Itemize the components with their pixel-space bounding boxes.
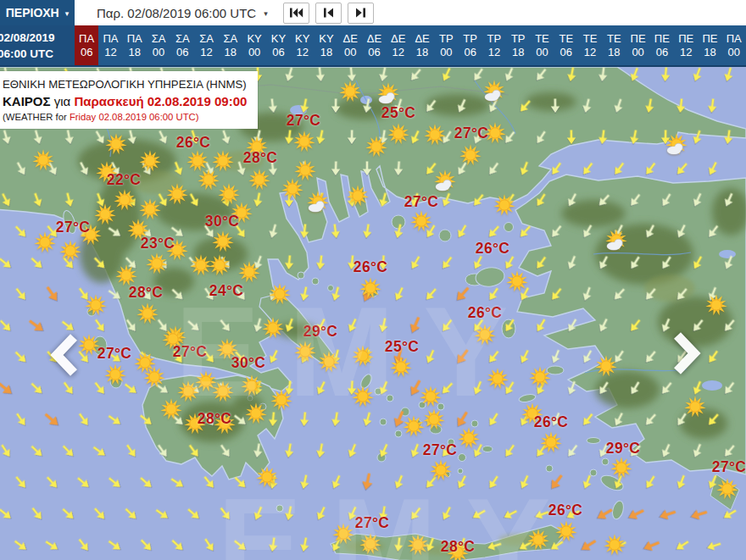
timeline-cell[interactable]: ΔΕ00	[338, 25, 362, 65]
timeline-cell[interactable]: ΣΑ00	[147, 25, 170, 65]
wind-arrow-icon	[327, 411, 343, 431]
timeline-cell-day: ΠΕ	[674, 33, 698, 45]
timeline-cell-day: ΠΑ	[98, 33, 122, 45]
timeline-cell[interactable]: ΣΑ06	[170, 25, 194, 65]
pan-right-button[interactable]	[670, 331, 704, 379]
timeline-cell-day: ΣΑ	[170, 33, 194, 45]
sun-icon	[472, 322, 498, 351]
sun-icon	[485, 366, 510, 395]
timeline-cell[interactable]: ΤΕ00	[530, 25, 554, 65]
timeline-cell-day: ΔΕ	[387, 33, 410, 45]
timeline-cell[interactable]: ΚΥ00	[242, 25, 266, 65]
timeline-cell-hour: 18	[315, 47, 338, 58]
timeline-cell[interactable]: ΤΕ12	[578, 25, 602, 65]
timeline-cell[interactable]: ΤΡ18	[506, 25, 530, 65]
timeline-cell[interactable]: ΚΥ06	[266, 25, 290, 65]
temperature-label: 28°C	[243, 149, 277, 167]
sun-icon	[269, 387, 294, 416]
chevron-down-icon: ▾	[65, 9, 70, 18]
datetime-dropdown-label: Παρ. 02/08/2019 06:00 UTC	[97, 6, 256, 20]
step-forward-button[interactable]	[348, 3, 374, 24]
timeline-cell[interactable]: ΠΑ00	[722, 25, 746, 65]
timeline-cell-day: ΠΕ	[626, 33, 649, 45]
temperature-label: 22°C	[107, 171, 141, 189]
toolbar: ΠΕΡΙΟΧΗ ▾ Παρ. 02/08/2019 06:00 UTC ▾	[0, 0, 746, 25]
timeline-cell-day: ΤΡ	[482, 33, 506, 45]
info-weather-for-en: (WEATHER for	[3, 112, 70, 122]
timeline-cell[interactable]: ΠΕ12	[674, 25, 698, 65]
timeline-cell[interactable]: ΠΕ00	[626, 25, 649, 65]
timeline-cell-hour: 18	[410, 47, 434, 58]
sun-cloud-icon	[482, 78, 507, 107]
timeline-current-date: 02/08/2019	[0, 30, 75, 46]
wind-arrow-icon	[391, 536, 407, 557]
timeline-cell[interactable]: ΚΥ12	[291, 25, 315, 65]
timeline-cell-hour: 12	[674, 47, 698, 58]
timeline-cell[interactable]: ΔΕ18	[410, 25, 434, 65]
wind-arrow-icon	[297, 411, 312, 430]
temperature-label: 26°C	[468, 304, 502, 322]
step-back-button[interactable]	[315, 3, 342, 24]
timeline-cell[interactable]: ΠΕ18	[698, 25, 721, 65]
timeline-cell-day: ΚΥ	[266, 33, 290, 45]
sun-icon	[593, 353, 619, 382]
datetime-dropdown[interactable]: Παρ. 02/08/2019 06:00 UTC ▾	[86, 0, 278, 25]
sun-icon	[292, 339, 318, 368]
info-forecast-datetime: Παρασκευή 02.08.2019 09:00	[74, 94, 247, 108]
wind-arrow-icon	[565, 130, 578, 148]
timeline-cell-day: ΠΕ	[650, 33, 674, 45]
sun-icon	[388, 354, 414, 383]
timeline-cell[interactable]: ΚΥ18	[315, 25, 338, 65]
sun-icon	[401, 413, 426, 442]
timeline-cell-day: ΚΥ	[242, 33, 266, 45]
temperature-label: 26°C	[476, 240, 509, 258]
sun-icon	[358, 275, 383, 304]
timeline-cell-day: ΠΑ	[123, 33, 147, 45]
wind-arrow-icon	[313, 67, 328, 86]
timeline-cell[interactable]: ΤΕ06	[554, 25, 578, 65]
wind-arrow-icon	[249, 442, 265, 463]
timeline-cell[interactable]: ΤΡ00	[434, 25, 458, 65]
sun-icon	[142, 364, 167, 393]
temperature-label: 24°C	[209, 282, 243, 300]
chevron-right-icon	[670, 331, 704, 375]
temperature-label: 27°C	[97, 345, 131, 363]
timeline-cell-day: ΠΕ	[698, 33, 721, 45]
sun-icon	[292, 129, 317, 158]
region-dropdown[interactable]: ΠΕΡΙΟΧΗ ▾	[0, 0, 75, 25]
timeline-cell-selected[interactable]: ΠΑ06	[75, 25, 98, 65]
timeline-cell-hour: 06	[266, 47, 290, 58]
timeline-cell[interactable]: ΣΑ18	[219, 25, 242, 65]
wind-arrow-icon	[721, 129, 737, 149]
wind-arrow-icon	[329, 161, 343, 180]
wind-arrow-icon	[658, 67, 673, 86]
temperature-label: 26°C	[354, 258, 387, 276]
sun-icon	[337, 79, 363, 108]
temperature-label: 26°C	[534, 413, 568, 431]
timeline-cell-day: ΤΕ	[530, 33, 554, 45]
info-forecast-line-en: (WEATHER for Friday 02.08.2019 06:00 UTC…	[3, 110, 247, 124]
timeline-cell[interactable]: ΠΑ18	[123, 25, 147, 65]
sun-icon	[247, 167, 272, 196]
timeline-cell[interactable]: ΠΕ06	[650, 25, 674, 65]
sun-icon	[456, 425, 482, 454]
sun-icon	[492, 192, 517, 221]
sun-icon	[159, 396, 184, 425]
sun-icon	[345, 183, 370, 212]
timeline-cell[interactable]: ΔΕ12	[387, 25, 410, 65]
sun-icon	[409, 208, 434, 237]
timeline-cell[interactable]: ΣΑ12	[194, 25, 218, 65]
skip-to-start-button[interactable]	[283, 3, 309, 24]
temperature-label: 28°C	[441, 538, 475, 556]
wind-arrow-icon	[673, 97, 688, 118]
temperature-label: 29°C	[303, 323, 337, 341]
pan-left-button[interactable]	[47, 333, 81, 380]
timeline-cell-hour: 00	[434, 47, 458, 58]
timeline-cell[interactable]: ΔΕ06	[362, 25, 386, 65]
temperature-label: 27°C	[423, 441, 457, 459]
timeline-cell[interactable]: ΠΑ12	[98, 25, 122, 65]
timeline-cell[interactable]: ΤΡ12	[482, 25, 506, 65]
timeline-cell[interactable]: ΤΕ18	[602, 25, 626, 65]
timeline-cell[interactable]: ΤΡ06	[459, 25, 482, 65]
timeline-cell-hour: 06	[362, 47, 386, 58]
